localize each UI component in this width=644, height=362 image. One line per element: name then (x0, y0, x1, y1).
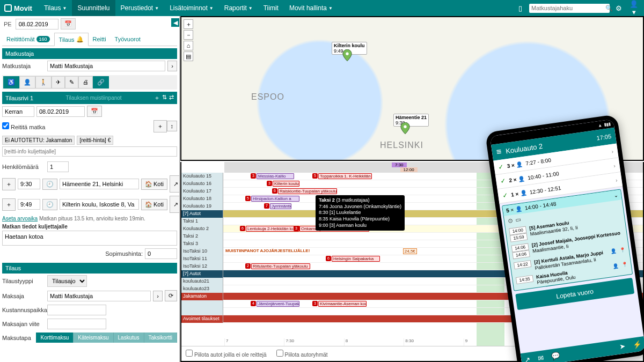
timeline-bar[interactable]: Helsingin Salpakarka (332, 256, 380, 262)
brand-text: Movit (14, 4, 32, 12)
wheelchair-icon[interactable]: ♿ (3, 76, 19, 88)
payer-input[interactable] (47, 291, 151, 301)
pay-invoice[interactable]: Laskutus (114, 333, 144, 343)
search-icon[interactable]: 🔍 (605, 5, 613, 12)
leg2-time[interactable] (18, 199, 40, 210)
leg1-address[interactable] (60, 179, 139, 189)
bolt-icon[interactable]: ⚡ (633, 340, 642, 349)
date-input[interactable] (16, 19, 58, 29)
tab-reitti[interactable]: Reitti (89, 33, 111, 46)
clock-icon-2[interactable]: 🕘 (42, 199, 57, 210)
driver-route-info[interactable] (2, 146, 177, 157)
link-icon[interactable]: 🔗 (93, 76, 109, 88)
timeline-bar[interactable]: Jämönjärvent-Tuupalan ylä (257, 301, 299, 307)
person-icon[interactable]: 👤 (19, 76, 35, 88)
chat-icon[interactable]: 💬 (551, 351, 560, 360)
main-menu: Tilaus▼ Suunnittelu Perustiedot▼ Lisätoi… (39, 0, 338, 16)
timeline-bar[interactable]: Topparoikka 1. K-Heikkilän koulu (318, 173, 372, 179)
contract-price-input[interactable] (145, 248, 177, 259)
share-icon[interactable]: ↗ (524, 356, 531, 362)
svg-point-0 (346, 53, 348, 55)
passenger-lookup-button[interactable]: › (167, 61, 177, 71)
menu-tilaus[interactable]: Tilaus▼ (39, 0, 72, 16)
row-label: Taksi 1 (181, 218, 223, 225)
steering-icon[interactable]: ⊙ (507, 217, 513, 225)
chevron-down-icon[interactable]: ⌄ (613, 192, 618, 198)
hamburger-icon[interactable]: ≡ (496, 147, 502, 157)
timeline-bar[interactable]: Jyrrimäntie (270, 203, 291, 209)
calendar-icon[interactable]: 📅 (61, 18, 76, 29)
payer-lookup[interactable]: › (153, 291, 163, 301)
reorder-button[interactable]: ↕ (167, 121, 178, 131)
timeline-bar[interactable]: Messias-Kallio (257, 173, 294, 179)
pay-taxicard[interactable]: Taksikortti (144, 333, 177, 343)
menu-perustiedot[interactable]: Perustiedot▼ (115, 0, 165, 16)
row-label: Kouluauto 15 (181, 173, 223, 180)
tab-tyovuorot[interactable]: Työvuorot (111, 33, 145, 46)
plane-icon[interactable]: ✈ (52, 76, 65, 88)
hide-empty-checkbox[interactable]: Piilota autot joilla ei ole reittejä (186, 350, 267, 358)
pay-cash[interactable]: Käteismaksu (74, 333, 113, 343)
payer-sync-icon[interactable]: ⟳ (165, 290, 177, 301)
gear-icon[interactable]: ⚙ (613, 4, 625, 12)
print-icon[interactable]: 🖨 (78, 76, 93, 88)
tab-reitittomat[interactable]: Reitittömät160 (2, 33, 54, 46)
menu-raportit[interactable]: Raportit▼ (219, 0, 258, 16)
leg1-dest-button[interactable]: ↗ Kilterin kou... (170, 175, 180, 193)
menu-suunnittelu[interactable]: Suunnittelu (72, 0, 115, 16)
swap-icon[interactable]: ⇄ (169, 94, 174, 102)
search-input[interactable] (531, 5, 605, 11)
leg2-home-button[interactable]: 🏠 Koti (141, 199, 167, 210)
sort-icon[interactable]: ⇅ (162, 94, 167, 102)
leg1-home-button[interactable]: 🏠 Koti (141, 179, 167, 190)
timeline-bar[interactable]: Kilterin koulu (273, 181, 299, 187)
persons-input[interactable] (47, 161, 69, 172)
mobile-icon[interactable]: ▯ (514, 4, 526, 12)
brand: Movit (4, 4, 32, 12)
collapse-panel-icon[interactable]: ◀ (171, 18, 180, 27)
tab-tilaus[interactable]: Tilaus🔔 (54, 33, 89, 46)
plus-button[interactable]: ＋ (153, 120, 167, 132)
leg2-plus[interactable]: ＋ (2, 198, 16, 211)
leg2-dest-button[interactable]: ↗ Kilterin kou... (170, 196, 180, 213)
passenger-search[interactable]: 🔍 (529, 4, 610, 13)
leg1-plus[interactable]: ＋ (2, 178, 16, 190)
edit-icon[interactable]: ✎ (65, 76, 78, 88)
order-type-label: Tilaustyyppi (2, 278, 45, 284)
passenger-count-bubble: 3 (312, 301, 318, 306)
pay-card[interactable]: Korttimaksu (36, 333, 74, 343)
payer-ref-input[interactable] (47, 319, 106, 329)
timeline-bar[interactable]: Hirsipadon-Kallion a (251, 196, 299, 202)
order-type-select[interactable]: Tilausajo (47, 275, 87, 287)
menu-hallinta[interactable]: Movit hallinta▼ (284, 0, 338, 16)
nav-icon[interactable]: ➤ (619, 342, 626, 351)
row-label: Taksi 3 (181, 240, 223, 248)
walk-icon[interactable]: 🚶 (35, 76, 52, 88)
mail-icon[interactable]: ✉ (537, 353, 544, 362)
hide-groups-checkbox[interactable]: Piilota autoryhmät (276, 350, 328, 358)
leg2-address[interactable] (60, 199, 139, 210)
route-hint: [reitti-hinta] € (77, 136, 113, 145)
menu-tiimit[interactable]: Tiimit (258, 0, 284, 16)
timeline-bar[interactable]: Kivimaantie-Aseman koulu (318, 301, 367, 307)
add-row-icon[interactable]: ＋ (154, 94, 160, 102)
map-pin-icon-2[interactable] (400, 122, 410, 134)
driver-info-text[interactable]: Haetaan kotoa (2, 231, 177, 246)
row-date-input[interactable] (36, 106, 85, 117)
row-calendar-icon[interactable]: 📅 (87, 106, 102, 117)
timeline-bar[interactable]: Riitulantie-Tuupalan yläkoulu (251, 263, 310, 269)
timeline-bar[interactable]: Lentokuja 2-Heikkilän kou (246, 226, 299, 232)
set-estimate-link[interactable]: Aseta arvoaika (2, 216, 38, 221)
costcenter-input[interactable] (47, 305, 106, 315)
note-icon[interactable]: ▭ (515, 216, 522, 224)
map-pin-icon[interactable] (342, 49, 352, 61)
menu-lisatoiminnot[interactable]: Lisätoiminnot▼ (164, 0, 219, 16)
frequency-input[interactable] (2, 106, 34, 117)
clock-icon[interactable]: 🕘 (42, 179, 57, 190)
route-checkbox[interactable] (2, 122, 9, 129)
leg1-time[interactable] (18, 179, 40, 189)
passenger-name-input[interactable] (47, 61, 165, 71)
person-icon: 👤 (612, 263, 619, 269)
user-icon[interactable]: 👤▾ (628, 0, 640, 16)
timeline-bar[interactable]: Raiskiontie-Tuupalan yläkoulu (278, 188, 337, 194)
